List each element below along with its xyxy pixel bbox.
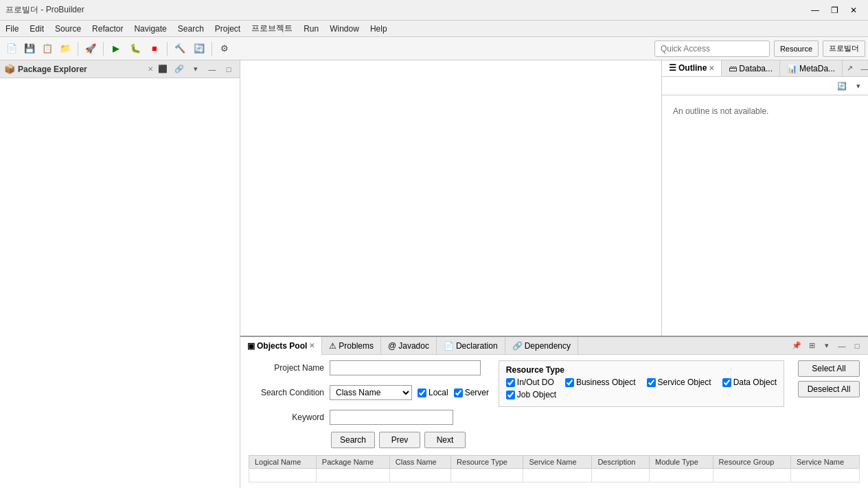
outline-close[interactable]: ✕ <box>709 65 714 72</box>
job-object-item: Job Object <box>506 390 556 399</box>
business-object-item: Business Object <box>565 377 636 387</box>
right-panel-minimize[interactable]: — <box>858 62 868 75</box>
data-object-checkbox[interactable] <box>722 378 731 387</box>
search-button[interactable]: Search <box>331 432 375 448</box>
objects-pool-close[interactable]: ✕ <box>309 342 315 349</box>
resource-type-row-2: Job Object <box>506 390 777 399</box>
cell-resource-type <box>451 469 523 483</box>
tab-problems[interactable]: ⚠ Problems <box>322 337 381 355</box>
select-all-button[interactable]: Select All <box>798 360 860 377</box>
editor-right-row: ☰ Outline ✕ 🗃 Databa... 📊 MetaDa... <box>240 60 868 336</box>
maximize-panel-button[interactable]: □ <box>222 63 236 75</box>
toolbar-sep-1 <box>78 42 78 56</box>
menu-item-file[interactable]: File <box>0 22 24 36</box>
new-editor-button[interactable]: ⊞ <box>805 340 819 352</box>
menu-item------[interactable]: 프로브젝트 <box>246 21 298 36</box>
quick-access-input[interactable] <box>654 40 770 57</box>
menu-item-run[interactable]: Run <box>298 22 324 36</box>
toolbar-sep-3 <box>167 42 168 56</box>
package-explorer-content <box>0 78 240 488</box>
project-name-label: Project Name <box>249 363 324 373</box>
local-label: Local <box>429 388 448 397</box>
col-class-name: Class Name <box>389 456 450 469</box>
outline-sync-button[interactable]: 🔄 <box>835 80 849 92</box>
bottom-panel: ▣ Objects Pool ✕ ⚠ Problems @ Javadoc 📄 <box>240 336 868 488</box>
local-checkbox[interactable] <box>418 388 426 397</box>
open-button[interactable]: 📁 <box>56 40 74 58</box>
results-table: Logical Name Package Name Class Name Res… <box>249 455 860 483</box>
in-out-do-label: In/Out DO <box>517 377 554 387</box>
col-resource-type: Resource Type <box>451 456 523 469</box>
stop-button[interactable]: ■ <box>146 40 163 58</box>
right-panel-restore[interactable]: ↗ <box>843 62 856 75</box>
package-explorer-header: 📦 Package Explorer ✕ ⬛ 🔗 ▾ — □ <box>0 60 240 78</box>
metadata-icon: 📊 <box>787 64 797 73</box>
save-all-button[interactable]: 📋 <box>38 40 56 58</box>
minimize-button[interactable]: — <box>806 3 824 18</box>
bottom-view-menu-button[interactable]: ▾ <box>820 340 834 352</box>
results-table-body <box>249 469 860 483</box>
tab-database[interactable]: 🗃 Databa... <box>722 60 780 76</box>
tab-dependency[interactable]: 🔗 Dependency <box>505 337 578 355</box>
resource-perspective-button[interactable]: Resource <box>774 40 819 57</box>
menu-item-window[interactable]: Window <box>324 22 365 36</box>
tab-outline[interactable]: ☰ Outline ✕ <box>662 60 722 76</box>
bottom-minimize-button[interactable]: — <box>835 340 849 352</box>
cell-package-name <box>316 469 389 483</box>
keyword-label: Keyword <box>249 413 324 422</box>
prev-button[interactable]: Prev <box>379 432 420 448</box>
service-object-label: Service Object <box>658 377 711 387</box>
menu-item-navigate[interactable]: Navigate <box>128 22 172 36</box>
tab-objects-pool[interactable]: ▣ Objects Pool ✕ <box>240 337 322 355</box>
tab-declaration[interactable]: 📄 Declaration <box>437 337 505 355</box>
pin-button[interactable]: 📌 <box>790 340 803 352</box>
data-object-item: Data Object <box>722 377 777 387</box>
keyword-row: Keyword <box>249 410 493 425</box>
close-button[interactable]: ✕ <box>845 3 863 18</box>
outline-menu-button[interactable]: ▾ <box>852 80 865 92</box>
data-object-label: Data Object <box>733 377 777 387</box>
search-condition-select[interactable]: Class Name Service Name Logical Name <box>330 385 412 400</box>
new-button[interactable]: 📄 <box>3 40 21 58</box>
collapse-all-button[interactable]: ⬛ <box>156 63 170 75</box>
toolbar-sep-2 <box>103 42 104 56</box>
minimize-panel-button[interactable]: — <box>205 63 219 75</box>
deselect-all-button[interactable]: Deselect All <box>798 381 860 397</box>
menu-item-edit[interactable]: Edit <box>24 22 49 36</box>
cell-description <box>592 469 650 483</box>
editor-content[interactable] <box>240 60 661 336</box>
main-perspective-button[interactable]: 프로빌더 <box>823 40 865 57</box>
refresh-button[interactable]: 🔄 <box>190 40 208 58</box>
menu-item-source[interactable]: Source <box>49 22 87 36</box>
maximize-button[interactable]: ❐ <box>825 3 843 18</box>
run-button[interactable]: ▶ <box>107 40 125 58</box>
business-object-checkbox[interactable] <box>565 378 574 387</box>
menu-item-help[interactable]: Help <box>365 22 393 36</box>
bottom-maximize-button[interactable]: □ <box>850 340 864 352</box>
in-out-do-checkbox[interactable] <box>506 378 515 387</box>
publish-button[interactable]: 🚀 <box>82 40 100 58</box>
save-button[interactable]: 💾 <box>21 40 38 58</box>
build-button[interactable]: 🔨 <box>171 40 189 58</box>
menu-item-search[interactable]: Search <box>172 22 209 36</box>
server-checkbox[interactable] <box>454 388 463 397</box>
menu-item-project[interactable]: Project <box>209 22 246 36</box>
package-explorer-close[interactable]: ✕ <box>148 65 153 73</box>
keyword-input[interactable] <box>330 410 453 425</box>
settings-button[interactable]: ⚙ <box>216 40 233 58</box>
view-menu-button[interactable]: ▾ <box>189 63 203 75</box>
debug-button[interactable]: 🐛 <box>126 40 144 58</box>
job-object-checkbox[interactable] <box>506 391 515 399</box>
col-module-type: Module Type <box>650 456 713 469</box>
tab-metadata[interactable]: 📊 MetaDa... <box>780 60 843 76</box>
main-area: 📦 Package Explorer ✕ ⬛ 🔗 ▾ — □ <box>0 60 868 488</box>
table-row <box>249 469 860 483</box>
project-name-input[interactable] <box>330 360 481 375</box>
service-object-checkbox[interactable] <box>647 378 656 387</box>
link-with-editor-button[interactable]: 🔗 <box>172 63 186 75</box>
next-button[interactable]: Next <box>424 432 466 448</box>
menu-item-refactor[interactable]: Refactor <box>87 22 128 36</box>
service-object-item: Service Object <box>647 377 711 387</box>
job-object-label: Job Object <box>517 390 556 399</box>
tab-javadoc[interactable]: @ Javadoc <box>381 337 437 355</box>
